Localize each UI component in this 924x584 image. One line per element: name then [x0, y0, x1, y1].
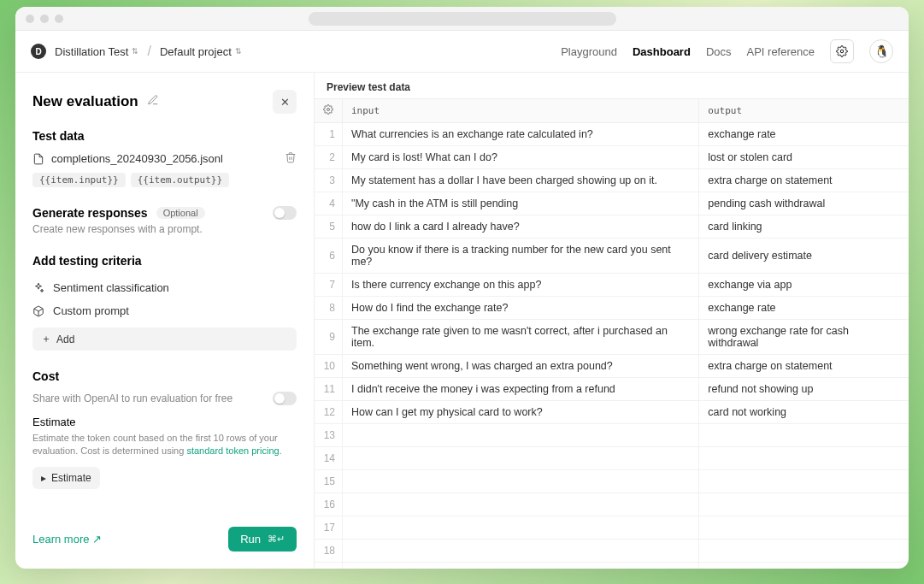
- svg-point-2: [327, 109, 330, 111]
- play-icon: ▸: [41, 472, 46, 484]
- share-row: Share with OpenAI to run evaluation for …: [32, 392, 297, 405]
- traffic-lights: [26, 15, 63, 23]
- row-input: My statement has a dollar I have been ch…: [343, 169, 699, 192]
- edit-button[interactable]: [147, 93, 159, 110]
- page-title-row: New evaluation: [32, 93, 159, 110]
- row-output: card not working: [699, 401, 909, 424]
- page-title: New evaluation: [32, 93, 138, 110]
- chevron-updown-icon: ⇅: [132, 48, 138, 56]
- table-row[interactable]: 8How do I find the exchange rate?exchang…: [315, 297, 909, 320]
- sidebar-header: New evaluation ✕: [32, 90, 297, 114]
- row-output: [699, 493, 909, 516]
- preview-title: Preview test data: [315, 73, 909, 98]
- table-row[interactable]: 5how do I link a card I already have?car…: [315, 215, 909, 239]
- preview-table: input output 1What currencies is an exch…: [315, 98, 909, 569]
- row-output: [699, 470, 909, 493]
- table-row[interactable]: 18: [315, 540, 909, 563]
- minimize-dot[interactable]: [40, 15, 49, 23]
- table-row[interactable]: 16: [315, 493, 909, 516]
- url-bar[interactable]: [309, 12, 616, 26]
- table-settings-header[interactable]: [315, 99, 343, 123]
- delete-file-button[interactable]: [285, 151, 297, 166]
- row-input: Is there currency exchange on this app?: [343, 274, 699, 297]
- estimate-button[interactable]: ▸ Estimate: [32, 467, 100, 489]
- learn-more-label: Learn more: [32, 533, 89, 546]
- share-toggle[interactable]: [273, 392, 297, 405]
- org-avatar[interactable]: D: [31, 44, 46, 59]
- criteria-item-custom-prompt[interactable]: Custom prompt: [32, 299, 297, 322]
- table-row[interactable]: 7Is there currency exchange on this app?…: [315, 274, 909, 297]
- row-output: wrong exchange rate for cash withdrawal: [699, 320, 909, 355]
- row-output: [699, 563, 909, 569]
- run-shortcut: ⌘↵: [268, 534, 285, 545]
- nav-docs[interactable]: Docs: [706, 45, 732, 58]
- close-dot[interactable]: [26, 15, 34, 23]
- file-icon: [32, 153, 44, 165]
- add-label: Add: [56, 333, 74, 345]
- table-row[interactable]: 10Something went wrong, I was charged an…: [315, 355, 909, 378]
- table-row[interactable]: 17: [315, 516, 909, 540]
- row-number: 5: [315, 215, 343, 239]
- window-titlebar: [15, 7, 909, 31]
- add-criteria-button[interactable]: ＋ Add: [32, 327, 297, 351]
- input-header: input: [343, 99, 699, 123]
- table-row[interactable]: 6Do you know if there is a tracking numb…: [315, 239, 909, 274]
- gear-icon: [836, 45, 848, 57]
- breadcrumb-project[interactable]: Default project ⇅: [160, 45, 242, 58]
- row-input: [343, 516, 699, 540]
- row-input: [343, 540, 699, 563]
- table-row[interactable]: 13: [315, 424, 909, 447]
- table-row[interactable]: 15: [315, 470, 909, 493]
- criteria-item-sentiment[interactable]: Sentiment classification: [32, 276, 297, 299]
- nav-dashboard[interactable]: Dashboard: [633, 45, 691, 58]
- breadcrumb-org[interactable]: Distillation Test ⇅: [55, 45, 138, 58]
- test-data-file: completions_20240930_2056.jsonl: [32, 151, 297, 166]
- nav-right: Playground Dashboard Docs API reference …: [561, 39, 893, 63]
- table-row[interactable]: 19: [315, 563, 909, 569]
- row-output: extra charge on statement: [699, 169, 909, 192]
- row-output: exchange via app: [699, 274, 909, 297]
- trash-icon: [285, 151, 297, 163]
- sidebar: New evaluation ✕ Test data completions_2…: [15, 73, 315, 569]
- table-row[interactable]: 9The exchange rate given to me wasn't co…: [315, 320, 909, 355]
- table-row[interactable]: 4"My cash in the ATM is still pendingpen…: [315, 192, 909, 215]
- estimate-desc: Estimate the token count based on the fi…: [32, 432, 297, 458]
- preview-table-wrap[interactable]: input output 1What currencies is an exch…: [315, 98, 909, 569]
- row-number: 15: [315, 470, 343, 493]
- user-avatar[interactable]: 🐧: [869, 39, 893, 63]
- row-input: "My cash in the ATM is still pending: [343, 192, 699, 215]
- nav-playground[interactable]: Playground: [561, 45, 617, 58]
- table-row[interactable]: 11I didn't receive the money i was expec…: [315, 378, 909, 401]
- run-button[interactable]: Run ⌘↵: [228, 527, 297, 552]
- output-header: output: [699, 99, 909, 123]
- row-output: lost or stolen card: [699, 146, 909, 169]
- row-input: My card is lost! What can I do?: [343, 146, 699, 169]
- table-row[interactable]: 14: [315, 447, 909, 470]
- table-row[interactable]: 2My card is lost! What can I do?lost or …: [315, 146, 909, 169]
- estimate-desc-2: .: [280, 445, 282, 456]
- row-output: refund not showing up: [699, 378, 909, 401]
- generate-toggle[interactable]: [273, 206, 297, 220]
- table-row[interactable]: 1What currencies is an exchange rate cal…: [315, 123, 909, 146]
- tag-output: {{item.output}}: [131, 173, 229, 187]
- row-output: [699, 540, 909, 563]
- row-input: Do you know if there is a tracking numbe…: [343, 239, 699, 274]
- nav-api-reference[interactable]: API reference: [747, 45, 815, 58]
- breadcrumb-org-label: Distillation Test: [55, 45, 128, 58]
- settings-button[interactable]: [830, 39, 854, 63]
- close-button[interactable]: ✕: [273, 90, 297, 114]
- pricing-link[interactable]: standard token pricing: [186, 445, 279, 456]
- criteria-label: Sentiment classification: [53, 281, 169, 294]
- table-row[interactable]: 3My statement has a dollar I have been c…: [315, 169, 909, 192]
- criteria-title: Add testing criteria: [32, 254, 297, 268]
- row-output: extra charge on statement: [699, 355, 909, 378]
- preview-panel: Preview test data input output 1What cur: [315, 73, 909, 569]
- gear-icon: [323, 104, 333, 115]
- row-number: 16: [315, 493, 343, 516]
- learn-more-link[interactable]: Learn more ↗: [32, 533, 102, 546]
- close-icon: ✕: [280, 96, 290, 109]
- row-number: 11: [315, 378, 343, 401]
- row-number: 13: [315, 424, 343, 447]
- zoom-dot[interactable]: [55, 15, 63, 23]
- table-row[interactable]: 12How can I get my physical card to work…: [315, 401, 909, 424]
